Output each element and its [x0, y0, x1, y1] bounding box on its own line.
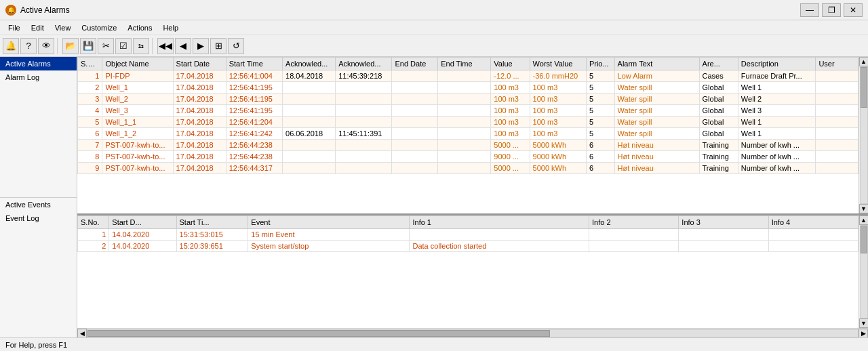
alarm-cell: 17.04.2018: [173, 140, 226, 151]
alarm-row[interactable]: 3Well_217.04.201812:56:41:195100 m3100 m…: [78, 94, 859, 105]
next-icon-btn[interactable]: ▶: [193, 38, 209, 54]
menu-edit[interactable]: Edit: [26, 22, 50, 33]
evt-col-start-time[interactable]: Start Ti...: [176, 216, 248, 229]
col-ack-date[interactable]: Acknowled...: [283, 58, 336, 70]
evt-h-scroll-track[interactable]: [87, 329, 859, 337]
alarm-row[interactable]: 9PST-007-kwh-to...17.04.201812:56:44:317…: [78, 163, 859, 174]
alarm-cell: [283, 140, 336, 151]
bell-icon-btn[interactable]: 🔔: [3, 38, 19, 54]
event-cell: 1: [78, 229, 109, 241]
evt-col-info4[interactable]: Info 4: [768, 216, 858, 229]
events-table-scroll-container[interactable]: S.No. Start D... Start Ti... Event Info …: [77, 215, 868, 328]
alarm-cell: Water spill: [614, 105, 699, 117]
evt-scroll-right-btn[interactable]: ▶: [859, 329, 868, 338]
alarm-cell: Training: [699, 163, 738, 174]
alarm-cell: [283, 117, 336, 128]
alarm-cell: 100 m3: [491, 128, 530, 140]
evt-scroll-left-btn[interactable]: ◀: [77, 329, 87, 338]
evt-scroll-down-btn[interactable]: ▼: [859, 318, 869, 328]
question-icon-btn[interactable]: ?: [20, 38, 37, 54]
evt-col-info2[interactable]: Info 2: [589, 216, 679, 229]
alarm-cell: 100 m3: [530, 128, 586, 140]
col-end-time[interactable]: End Time: [438, 58, 491, 70]
events-hscrollbar[interactable]: ◀ ▶: [77, 328, 868, 337]
alarm-row[interactable]: 5Well_1_117.04.201812:56:41:204100 m3100…: [78, 117, 859, 128]
menu-customize[interactable]: Customize: [76, 22, 122, 33]
v-scroll-track[interactable]: [860, 66, 868, 204]
col-worst-value[interactable]: Worst Value: [530, 58, 586, 70]
evt-col-info3[interactable]: Info 3: [679, 216, 768, 229]
alarm-cell: 12:56:41:242: [226, 128, 282, 140]
menu-actions[interactable]: Actions: [122, 22, 157, 33]
scroll-up-btn[interactable]: ▲: [859, 57, 869, 66]
alarm-cell: 7: [78, 140, 102, 151]
menu-help[interactable]: Help: [157, 22, 184, 33]
events-vscrollbar[interactable]: ▲ ▼: [859, 215, 868, 328]
alarm-cell: Well_1_2: [102, 128, 173, 140]
back-icon-btn[interactable]: ◀◀: [157, 38, 174, 54]
col-object[interactable]: Object Name: [102, 58, 173, 70]
alarm-cell: Høt niveau: [614, 151, 699, 163]
open-icon-btn[interactable]: 📂: [62, 38, 79, 54]
alarm-cell: PST-007-kwh-to...: [102, 151, 173, 163]
col-alarm-text[interactable]: Alarm Text: [614, 58, 699, 70]
minimize-button[interactable]: —: [800, 3, 819, 17]
alarm-cell: 9: [78, 163, 102, 174]
eye-icon-btn[interactable]: 👁: [38, 38, 54, 54]
col-ack-time[interactable]: Acknowled...: [336, 58, 392, 70]
alarm-cell: 100 m3: [491, 117, 530, 128]
save-icon-btn[interactable]: 💾: [80, 38, 96, 54]
close-button[interactable]: ✕: [844, 3, 863, 17]
sidebar-item-active-alarms[interactable]: Active Alarms: [0, 57, 77, 70]
alarm-row[interactable]: 1PI-FDP17.04.201812:56:41:00418.04.20181…: [78, 70, 859, 82]
alarm-row[interactable]: 7PST-007-kwh-to...17.04.201812:56:44:238…: [78, 140, 859, 151]
prev-icon-btn[interactable]: ◀: [175, 38, 191, 54]
col-value[interactable]: Value: [491, 58, 530, 70]
evt-col-start-date[interactable]: Start D...: [109, 216, 176, 229]
evt-scroll-up-btn[interactable]: ▲: [859, 215, 869, 225]
col-prio[interactable]: Prio...: [586, 58, 614, 70]
alarm-cell: 8: [78, 151, 102, 163]
event-row[interactable]: 114.04.202015:31:53:01515 min Event: [78, 229, 859, 241]
alarm-row[interactable]: 2Well_117.04.201812:56:41:195100 m3100 m…: [78, 82, 859, 94]
alarm-cell: -12.0 ...: [491, 70, 530, 82]
scroll-down-btn[interactable]: ▼: [859, 204, 869, 213]
alarms-table-scroll-container[interactable]: S.No. Object Name Start Date Start Time …: [77, 57, 868, 213]
alarm-row[interactable]: 6Well_1_217.04.201812:56:41:24206.06.201…: [78, 128, 859, 140]
evt-col-info1[interactable]: Info 1: [410, 216, 589, 229]
alarms-vscrollbar[interactable]: ▲ ▼: [859, 57, 868, 213]
sidebar-item-alarm-log[interactable]: Alarm Log: [0, 70, 77, 84]
filter-icon-btn[interactable]: ⊞: [210, 38, 226, 54]
cut-icon-btn[interactable]: ✂: [98, 38, 114, 54]
col-description[interactable]: Description: [738, 58, 816, 70]
col-user[interactable]: User: [816, 58, 859, 70]
alarm-cell: 5: [78, 117, 102, 128]
alarm-cell: [283, 105, 336, 117]
alarm-cell: Furnace Draft Pr...: [738, 70, 816, 82]
alarm-cell: [283, 94, 336, 105]
event-cell: [589, 229, 679, 241]
alarm-cell: 100 m3: [491, 105, 530, 117]
restore-button[interactable]: ❐: [822, 3, 841, 17]
evt-col-event[interactable]: Event: [248, 216, 410, 229]
alarm-row[interactable]: 4Well_317.04.201812:56:41:195100 m3100 m…: [78, 105, 859, 117]
menu-view[interactable]: View: [50, 22, 77, 33]
col-start-time[interactable]: Start Time: [226, 58, 282, 70]
col-end-date[interactable]: End Date: [392, 58, 438, 70]
event-row[interactable]: 214.04.202015:20:39:651System start/stop…: [78, 241, 859, 252]
sidebar-item-event-log[interactable]: Event Log: [0, 211, 77, 225]
alarm-cell: 5000 kWh: [530, 140, 586, 151]
alarm-cell: [438, 140, 491, 151]
col-area[interactable]: Are...: [699, 58, 738, 70]
alarm-cell: 9000 kWh: [530, 151, 586, 163]
alarm-row[interactable]: 8PST-007-kwh-to...17.04.201812:56:44:238…: [78, 151, 859, 163]
menu-file[interactable]: File: [3, 22, 26, 33]
event-cell: [768, 229, 858, 241]
col-start-date[interactable]: Start Date: [173, 58, 226, 70]
number-icon-btn[interactable]: 1₂: [133, 38, 149, 54]
sidebar-item-active-events[interactable]: Active Events: [0, 198, 77, 211]
alarm-cell: 100 m3: [530, 94, 586, 105]
checkbox-icon-btn[interactable]: ☑: [115, 38, 132, 54]
evt-v-scroll-track[interactable]: [860, 225, 868, 318]
refresh-icon-btn[interactable]: ↺: [228, 38, 244, 54]
